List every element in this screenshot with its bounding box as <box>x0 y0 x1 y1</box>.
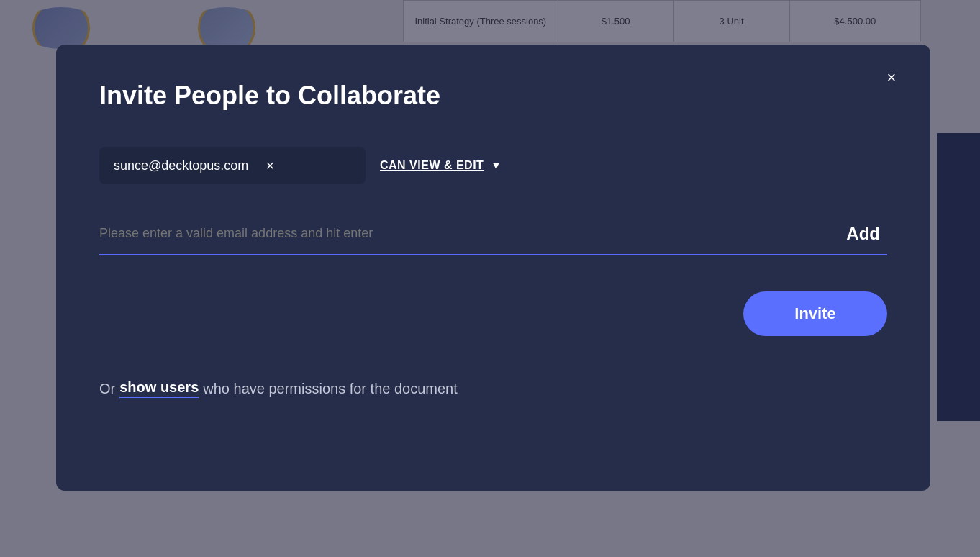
email-tag-row: sunce@decktopus.com × CAN VIEW & EDIT ▼ <box>99 147 887 184</box>
footer-suffix: who have permissions for the document <box>203 381 458 397</box>
invite-button[interactable]: Invite <box>743 291 887 336</box>
add-button[interactable]: Add <box>839 224 887 244</box>
email-tag-address: sunce@decktopus.com <box>114 158 248 173</box>
invite-button-row: Invite <box>99 291 887 336</box>
email-tag-close-button[interactable]: × <box>261 157 278 174</box>
modal-close-button[interactable]: × <box>879 65 904 91</box>
email-input[interactable] <box>99 220 825 247</box>
chevron-down-icon: ▼ <box>491 160 501 171</box>
permission-dropdown[interactable]: CAN VIEW & EDIT ▼ <box>380 156 501 175</box>
modal-title: Invite People to Collaborate <box>99 81 887 111</box>
show-users-row: Or show users who have permissions for t… <box>99 379 887 398</box>
email-tag: sunce@decktopus.com × <box>99 147 366 184</box>
show-users-link[interactable]: show users <box>119 379 199 398</box>
footer-prefix: Or <box>99 381 115 397</box>
invite-modal: × Invite People to Collaborate sunce@dec… <box>56 45 930 491</box>
email-input-row: Add <box>99 220 887 255</box>
permission-label: CAN VIEW & EDIT <box>380 159 484 172</box>
